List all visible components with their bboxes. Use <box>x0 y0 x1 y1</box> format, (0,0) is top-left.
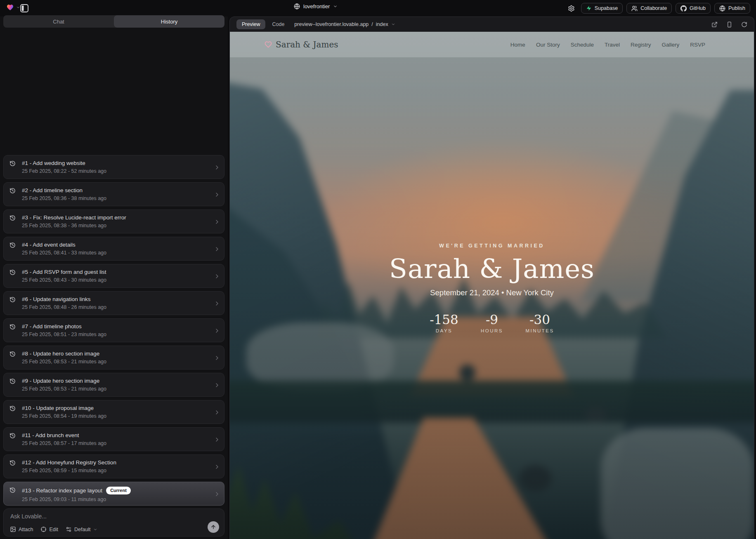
history-clock-icon <box>9 378 16 384</box>
history-item-title: #3 - Fix: Resolve Lucide-react import er… <box>22 214 126 221</box>
site-nav-link[interactable]: Our Story <box>536 42 560 48</box>
history-item-timestamp: 25 Feb 2025, 08:57 - 17 minutes ago <box>22 440 210 446</box>
history-item-title-row: #10 - Update proposal image <box>22 405 210 411</box>
site-nav-link[interactable]: Registry <box>631 42 651 48</box>
countdown-value: -30 <box>525 312 554 327</box>
chevron-right-icon[interactable] <box>214 491 220 497</box>
heart-icon <box>265 41 272 48</box>
history-list-item[interactable]: #10 - Update proposal image 25 Feb 2025,… <box>3 400 224 424</box>
countdown: -158 DAYS -9 HOURS -30 MINUTES <box>230 312 754 333</box>
history-item-title: #2 - Add timeline section <box>22 187 83 193</box>
chevron-right-icon[interactable] <box>214 355 220 361</box>
edit-label: Edit <box>49 527 58 532</box>
site-nav: HomeOur StoryScheduleTravelRegistryGalle… <box>510 42 705 48</box>
preview-toolbar: Preview Code preview--lovefrontier.lovab… <box>230 17 754 32</box>
chevron-right-icon[interactable] <box>214 273 220 280</box>
mobile-view-button[interactable] <box>726 21 732 28</box>
tab-history[interactable]: History <box>114 15 224 28</box>
chevron-right-icon[interactable] <box>214 436 220 443</box>
history-item-timestamp: 25 Feb 2025, 08:48 - 26 minutes ago <box>22 304 210 310</box>
history-item-title: #9 - Update hero section image <box>22 378 99 384</box>
history-list-item[interactable]: #8 - Update hero section image 25 Feb 20… <box>3 346 224 370</box>
site-brand[interactable]: Sarah & James <box>265 40 338 49</box>
tab-code[interactable]: Code <box>272 21 284 27</box>
countdown-column: -9 HOURS <box>477 312 506 333</box>
attach-button[interactable]: Attach <box>10 526 33 532</box>
site-nav-link[interactable]: Travel <box>605 42 620 48</box>
chevron-right-icon[interactable] <box>214 327 220 334</box>
chevron-down-icon <box>93 527 97 532</box>
hero-content: WE'RE GETTING MARRIED Sarah & James Sept… <box>230 243 754 333</box>
history-item-timestamp: 25 Feb 2025, 08:43 - 30 minutes ago <box>22 277 210 283</box>
chevron-right-icon[interactable] <box>214 464 220 470</box>
history-item-timestamp: 25 Feb 2025, 08:54 - 19 minutes ago <box>22 413 210 419</box>
project-selector[interactable]: lovefrontier <box>294 3 338 9</box>
mode-label: Default <box>74 527 91 532</box>
tab-chat[interactable]: Chat <box>3 15 114 28</box>
history-item-title-row: #2 - Add timeline section <box>22 187 210 193</box>
history-clock-icon <box>9 351 16 357</box>
chevron-right-icon[interactable] <box>214 409 220 416</box>
history-list-item[interactable]: #12 - Add Honeyfund Registry Section 25 … <box>3 454 224 478</box>
sidebar-toggle-button[interactable] <box>19 3 29 13</box>
top-bar-actions: Supabase Collaborate GitHub Publish <box>565 3 750 14</box>
site-nav-link[interactable]: Gallery <box>662 42 679 48</box>
composer-actions: Attach Edit Default <box>10 526 97 532</box>
preview-url-host: preview--lovefrontier.lovable.app <box>294 21 369 27</box>
chevron-right-icon[interactable] <box>214 191 220 198</box>
hero-title: Sarah & James <box>230 254 754 283</box>
history-list: #1 - Add wedding website 25 Feb 2025, 08… <box>3 155 224 506</box>
countdown-value: -9 <box>477 312 506 327</box>
lovable-logo-menu[interactable] <box>6 4 20 11</box>
site-nav-link[interactable]: Schedule <box>571 42 594 48</box>
github-button[interactable]: GitHub <box>676 3 711 14</box>
open-external-button[interactable] <box>711 21 718 28</box>
history-item-title-row: #12 - Add Honeyfund Registry Section <box>22 459 210 466</box>
history-list-item[interactable]: #1 - Add wedding website 25 Feb 2025, 08… <box>3 155 224 179</box>
history-list-item[interactable]: #3 - Fix: Resolve Lucide-react import er… <box>3 209 224 233</box>
preview-url[interactable]: preview--lovefrontier.lovable.app / inde… <box>294 21 395 27</box>
tab-preview[interactable]: Preview <box>236 19 265 29</box>
history-item-timestamp: 25 Feb 2025, 08:22 - 52 minutes ago <box>22 168 210 174</box>
mode-selector[interactable]: Default <box>66 526 97 532</box>
history-item-timestamp: 25 Feb 2025, 08:53 - 21 minutes ago <box>22 359 210 365</box>
ask-lovable-input[interactable] <box>10 513 204 520</box>
chevron-down-icon <box>391 22 395 26</box>
history-item-title: #4 - Add event details <box>22 242 76 248</box>
history-list-item[interactable]: #13 - Refactor index page layout Current… <box>3 482 224 506</box>
supabase-label: Supabase <box>595 5 618 11</box>
chevron-right-icon[interactable] <box>214 300 220 307</box>
history-list-item[interactable]: #6 - Update navigation links 25 Feb 2025… <box>3 291 224 315</box>
github-icon <box>680 5 687 12</box>
history-item-timestamp: 25 Feb 2025, 08:38 - 36 minutes ago <box>22 223 210 228</box>
history-item-title-row: #4 - Add event details <box>22 242 210 248</box>
chevron-right-icon[interactable] <box>214 246 220 252</box>
countdown-label: HOURS <box>477 328 506 333</box>
refresh-button[interactable] <box>741 21 747 28</box>
history-list-item[interactable]: #5 - Add RSVP form and guest list 25 Feb… <box>3 264 224 288</box>
send-button[interactable] <box>208 521 219 533</box>
history-clock-icon <box>9 460 16 466</box>
preview-url-path: index <box>376 21 388 27</box>
chevron-right-icon[interactable] <box>214 382 220 388</box>
supabase-button[interactable]: Supabase <box>581 3 623 14</box>
settings-gear-button[interactable] <box>565 3 577 14</box>
history-clock-icon <box>9 160 16 167</box>
history-clock-icon <box>9 188 16 194</box>
history-item-title: #1 - Add wedding website <box>22 160 85 166</box>
image-attach-icon <box>10 526 16 532</box>
collaborate-button[interactable]: Collaborate <box>626 3 672 14</box>
history-list-item[interactable]: #4 - Add event details 25 Feb 2025, 08:4… <box>3 237 224 261</box>
history-list-item[interactable]: #7 - Add timeline photos 25 Feb 2025, 08… <box>3 318 224 342</box>
chevron-right-icon[interactable] <box>214 164 220 171</box>
publish-button[interactable]: Publish <box>714 3 750 14</box>
edit-button[interactable]: Edit <box>40 526 58 532</box>
countdown-value: -158 <box>430 312 458 327</box>
site-brand-name: Sarah & James <box>276 40 338 49</box>
site-nav-link[interactable]: RSVP <box>690 42 705 48</box>
site-nav-link[interactable]: Home <box>510 42 525 48</box>
history-list-item[interactable]: #11 - Add brunch event 25 Feb 2025, 08:5… <box>3 427 224 451</box>
history-list-item[interactable]: #9 - Update hero section image 25 Feb 20… <box>3 373 224 397</box>
history-list-item[interactable]: #2 - Add timeline section 25 Feb 2025, 0… <box>3 182 224 206</box>
chevron-right-icon[interactable] <box>214 219 220 225</box>
